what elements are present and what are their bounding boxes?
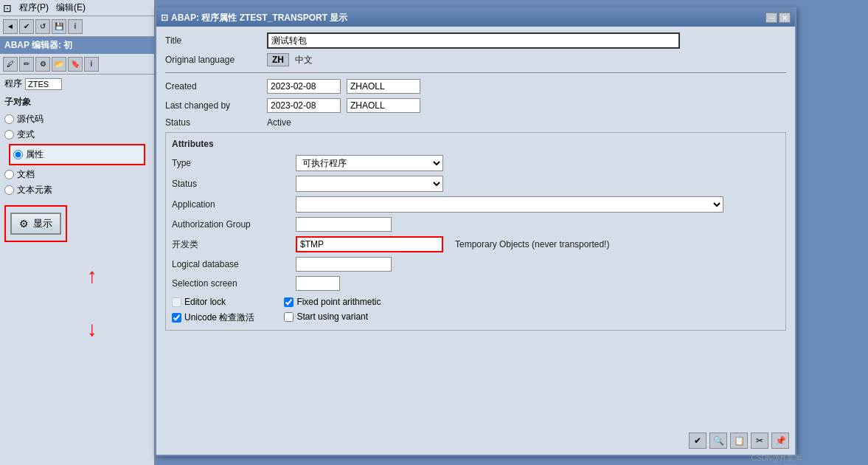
radio-variant-label: 变式 bbox=[17, 128, 35, 141]
tool4-icon[interactable]: 📂 bbox=[52, 57, 66, 72]
type-select[interactable]: 可执行程序 bbox=[296, 155, 443, 171]
status-row: Status Active bbox=[165, 117, 786, 128]
status-label: Status bbox=[165, 117, 261, 128]
arrow-up-icon: ↑ bbox=[87, 264, 97, 288]
bottom-cut-icon[interactable]: ✂ bbox=[751, 433, 768, 449]
back-icon[interactable]: ◄ bbox=[3, 19, 18, 34]
file-menu-icon: ⊡ bbox=[3, 2, 12, 14]
radio-variant[interactable]: 变式 bbox=[4, 127, 150, 142]
type-row: Type 可执行程序 bbox=[172, 155, 780, 171]
program-menu[interactable]: 程序(P) bbox=[19, 1, 49, 14]
radio-doc[interactable]: 文档 bbox=[4, 167, 150, 182]
selection-screen-label: Selection screen bbox=[172, 278, 290, 289]
radio-source[interactable]: 源代码 bbox=[4, 111, 150, 127]
checkbox-col-left: Editor lock Unicode 检查激活 bbox=[172, 297, 254, 324]
dialog-body: Title Original language ZH 中文 Created La… bbox=[156, 27, 795, 337]
orig-lang-row: Original language ZH 中文 bbox=[165, 53, 786, 66]
tool1-icon[interactable]: 🖊 bbox=[3, 57, 18, 72]
start-variant-label: Start using variant bbox=[296, 311, 368, 322]
radio-attr-label: 属性 bbox=[26, 148, 44, 161]
refresh-icon[interactable]: ↺ bbox=[35, 19, 50, 34]
created-label: Created bbox=[165, 81, 261, 92]
selection-screen-input[interactable] bbox=[296, 276, 340, 291]
dialog-titlebar: ⊡ ABAP: 程序属性 ZTEST_TRANSPORT 显示 ─ ✕ bbox=[156, 9, 795, 27]
left-toolbar2: 🖊 ✏ ⚙ 📂 🔖 i bbox=[0, 54, 154, 75]
tool2-icon[interactable]: ✏ bbox=[19, 57, 34, 72]
tool6-icon[interactable]: i bbox=[84, 57, 99, 72]
logical-db-label: Logical database bbox=[172, 259, 290, 269]
radio-attr[interactable]: 属性 bbox=[13, 147, 141, 162]
status-value: Active bbox=[267, 117, 291, 128]
title-input[interactable] bbox=[267, 32, 680, 49]
edit-menu[interactable]: 编辑(E) bbox=[56, 1, 86, 14]
tool3-icon[interactable]: ⚙ bbox=[35, 57, 50, 72]
start-variant-checkbox[interactable] bbox=[284, 312, 294, 322]
devclass-input[interactable] bbox=[297, 238, 442, 251]
editor-lock-checkbox[interactable] bbox=[172, 297, 181, 307]
devclass-note: Temporary Objects (never transported!) bbox=[455, 239, 609, 249]
start-variant-item: Start using variant bbox=[284, 311, 381, 322]
devclass-row: 开发类 Temporary Objects (never transported… bbox=[172, 236, 780, 252]
type-label: Type bbox=[172, 158, 290, 168]
unicode-check-item: Unicode 检查激活 bbox=[172, 311, 254, 324]
unicode-check-label: Unicode 检查激活 bbox=[184, 311, 254, 324]
radio-text[interactable]: 文本元素 bbox=[4, 182, 150, 198]
attr-status-row: Status bbox=[172, 176, 780, 192]
unicode-check-checkbox[interactable] bbox=[172, 313, 181, 323]
bottom-pin-icon[interactable]: 📌 bbox=[771, 433, 789, 449]
close-button[interactable]: ✕ bbox=[779, 13, 791, 23]
selection-screen-row: Selection screen bbox=[172, 276, 780, 291]
auth-group-row: Authorization Group bbox=[172, 217, 780, 232]
left-toolbar: ◄ ✔ ↺ 💾 i bbox=[0, 16, 154, 37]
sub-objects-section: 子对象 源代码 变式 属性 文档 文本元素 bbox=[0, 93, 154, 201]
program-field-label: 程序 bbox=[4, 78, 22, 90]
save-icon[interactable]: 💾 bbox=[52, 19, 66, 34]
divider1 bbox=[165, 72, 786, 73]
dialog-title-buttons: ─ ✕ bbox=[765, 13, 791, 23]
radio-text-input[interactable] bbox=[4, 185, 14, 195]
display-button[interactable]: ⚙ 显示 bbox=[10, 213, 61, 235]
attributes-section: Attributes Type 可执行程序 Status Application bbox=[165, 132, 786, 331]
application-label: Application bbox=[172, 199, 290, 210]
minimize-button[interactable]: ─ bbox=[765, 13, 777, 23]
bottom-check-icon[interactable]: ✔ bbox=[689, 433, 706, 449]
radio-doc-input[interactable] bbox=[4, 170, 14, 179]
fixed-point-item: Fixed point arithmetic bbox=[284, 297, 381, 307]
created-user bbox=[347, 79, 420, 94]
fixed-point-checkbox[interactable] bbox=[284, 297, 294, 307]
editor-title: ABAP 编辑器: 初 bbox=[0, 37, 154, 54]
application-select[interactable] bbox=[296, 196, 723, 213]
radio-attr-highlight: 属性 bbox=[9, 144, 145, 165]
created-date[interactable] bbox=[267, 79, 341, 94]
bottom-copy-icon[interactable]: 📋 bbox=[730, 433, 748, 449]
dialog-title-icon: ⊡ bbox=[161, 13, 168, 23]
created-row: Created bbox=[165, 79, 786, 94]
devclass-label: 开发类 bbox=[172, 238, 290, 251]
display-button-label: 显示 bbox=[33, 217, 52, 230]
editor-lock-label: Editor lock bbox=[184, 297, 226, 307]
display-button-wrapper: ⚙ 显示 bbox=[4, 205, 67, 242]
tool5-icon[interactable]: 🔖 bbox=[68, 57, 83, 72]
logical-db-input[interactable] bbox=[296, 257, 392, 272]
radio-variant-input[interactable] bbox=[4, 130, 14, 140]
radio-doc-label: 文档 bbox=[17, 168, 35, 181]
arrow-down-icon: ↓ bbox=[87, 317, 97, 341]
program-input[interactable] bbox=[25, 78, 62, 90]
last-changed-date[interactable] bbox=[267, 98, 341, 113]
check-icon[interactable]: ✔ bbox=[19, 19, 34, 34]
lang-name: 中文 bbox=[295, 54, 313, 66]
radio-source-input[interactable] bbox=[4, 114, 14, 124]
radio-attr-input[interactable] bbox=[13, 150, 23, 159]
attr-status-select[interactable] bbox=[296, 176, 443, 192]
last-changed-row: Last changed by bbox=[165, 98, 786, 113]
bottom-search-icon[interactable]: 🔍 bbox=[709, 433, 727, 449]
info-icon[interactable]: i bbox=[68, 19, 83, 34]
editor-lock-item: Editor lock bbox=[172, 297, 254, 307]
sub-objects-title: 子对象 bbox=[4, 96, 150, 108]
radio-source-label: 源代码 bbox=[17, 113, 44, 125]
dialog-title: ⊡ ABAP: 程序属性 ZTEST_TRANSPORT 显示 bbox=[161, 12, 347, 24]
logical-db-row: Logical database bbox=[172, 257, 780, 272]
attributes-title: Attributes bbox=[172, 139, 780, 149]
auth-group-input[interactable] bbox=[296, 217, 392, 232]
watermark: CSDN@炸栗库 bbox=[751, 453, 802, 464]
